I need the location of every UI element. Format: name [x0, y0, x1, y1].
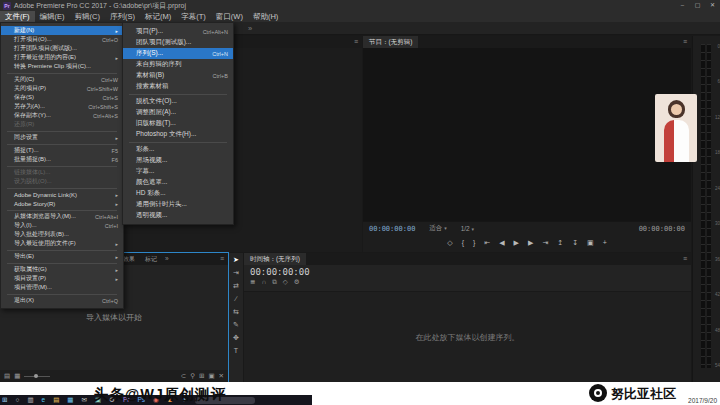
icon-view-icon[interactable]: ▦: [14, 370, 20, 382]
new-submenu-item-10[interactable]: 彩条...: [123, 144, 233, 155]
file-menu-item-0[interactable]: 新建(N)▸: [1, 26, 123, 35]
zoom-slider[interactable]: [24, 376, 50, 377]
file-menu-item-12[interactable]: 捕捉(T)...F5: [1, 146, 123, 155]
file-menu-item-2[interactable]: 打开团队项目(测试版)...: [1, 44, 123, 53]
zoom-level-dropdown[interactable]: 适合 ▾: [429, 224, 446, 233]
file-menu-item-21[interactable]: 导入最近使用的文件(F)▸: [1, 239, 123, 248]
new-submenu-item-12[interactable]: 字幕...: [123, 166, 233, 177]
file-menu-item-20[interactable]: 导入批处理列表(B)...: [1, 230, 123, 239]
playback-resolution-dropdown[interactable]: 1/2 ▾: [461, 225, 474, 232]
program-monitor-tab[interactable]: 节目：(无剪辑): [363, 36, 418, 48]
pen-tool[interactable]: ✎: [233, 321, 239, 329]
file-explorer-icon[interactable]: ▤: [53, 395, 59, 405]
menubar-item-2[interactable]: 剪辑(C): [70, 11, 105, 22]
razor-tool[interactable]: ∕: [235, 295, 236, 303]
project-tab-5[interactable]: 标记: [140, 253, 162, 265]
maximize-button[interactable]: ▢: [690, 0, 705, 11]
new-submenu-item-1[interactable]: 团队项目(测试版)...: [123, 37, 233, 48]
file-menu-item-9[interactable]: 保存副本(Y)...Ctrl+Alt+S: [1, 111, 123, 120]
edge-icon[interactable]: e: [42, 395, 46, 405]
automate-to-sequence-icon[interactable]: ⊂: [181, 370, 186, 382]
file-menu-item-19[interactable]: 导入(I)...Ctrl+I: [1, 221, 123, 230]
file-menu-item-26[interactable]: 退出(X)Ctrl+Q: [1, 296, 123, 305]
nested-sequence-icon[interactable]: ≣: [250, 278, 255, 286]
tab-overflow-icon[interactable]: »: [162, 253, 172, 265]
hand-tool[interactable]: ✥: [233, 334, 239, 342]
start-button[interactable]: ⊞: [2, 395, 7, 405]
export-frame-icon[interactable]: ▣: [587, 238, 594, 248]
linked-selection-icon[interactable]: ⧉: [272, 278, 277, 286]
menubar-item-4[interactable]: 标记(M): [140, 11, 176, 22]
file-menu-item-6[interactable]: 关闭项目(P)Ctrl+Shift+W: [1, 84, 123, 93]
file-menu-item-18[interactable]: 从媒体浏览器导入(M)...Ctrl+Alt+I: [1, 212, 123, 221]
file-menu-item-4[interactable]: 转换 Premiere Clip 项目(C)...: [1, 62, 123, 71]
add-marker-icon[interactable]: ◇: [447, 238, 452, 248]
timeline-settings-icon[interactable]: ⚙: [294, 278, 300, 286]
new-bin-icon[interactable]: ⊞: [199, 370, 204, 382]
step-back-icon[interactable]: ◀: [499, 238, 504, 248]
file-menu-item-22[interactable]: 导出(E)▸: [1, 252, 123, 261]
file-menu-item-7[interactable]: 保存(S)Ctrl+S: [1, 93, 123, 102]
find-icon[interactable]: ⚲: [190, 370, 195, 382]
panel-menu-icon[interactable]: ≡: [216, 253, 228, 265]
close-button[interactable]: ✕: [705, 0, 720, 11]
new-submenu-item-0[interactable]: 项目(P)...Ctrl+Alt+N: [123, 26, 233, 37]
new-submenu-item-7[interactable]: 调整图层(A)...: [123, 107, 233, 118]
mark-in-icon[interactable]: {: [462, 238, 464, 248]
file-menu-item-8[interactable]: 另存为(A)...Ctrl+Shift+S: [1, 102, 123, 111]
new-submenu-item-16[interactable]: 透明视频...: [123, 210, 233, 221]
menubar-item-7[interactable]: 帮助(H): [248, 11, 283, 22]
menubar-item-6[interactable]: 窗口(W): [211, 11, 248, 22]
file-menu-item-24[interactable]: 项目设置(P)▸: [1, 274, 123, 283]
menubar-item-3[interactable]: 序列(S): [105, 11, 140, 22]
minimize-button[interactable]: –: [675, 0, 690, 11]
file-menu-item-16[interactable]: Adobe Dynamic Link(K)▸: [1, 190, 123, 199]
lift-icon[interactable]: ↥: [557, 238, 563, 248]
file-menu-item-23[interactable]: 获取属性(G)▸: [1, 265, 123, 274]
step-forward-icon[interactable]: ▶: [528, 238, 533, 248]
play-icon[interactable]: ▶: [514, 238, 519, 248]
new-item-icon[interactable]: ▣: [208, 370, 214, 382]
file-menu-item-10[interactable]: 还原(R): [1, 120, 123, 129]
panel-menu-icon[interactable]: ≡: [679, 253, 691, 265]
new-submenu-item-5[interactable]: 搜索素材箱: [123, 81, 233, 92]
file-menu-item-25[interactable]: 项目管理(M)...: [1, 283, 123, 292]
menubar-item-5[interactable]: 字幕(T): [176, 11, 211, 22]
file-menu-item-15[interactable]: 设为脱机(O)...: [1, 177, 123, 186]
task-view-icon[interactable]: ▥: [27, 395, 33, 405]
button-editor-icon[interactable]: +: [603, 238, 607, 248]
extract-icon[interactable]: ↧: [572, 238, 578, 248]
panel-menu-icon[interactable]: ≡: [679, 36, 691, 48]
new-submenu-item-15[interactable]: 通用倒计时片头...: [123, 199, 233, 210]
store-icon[interactable]: ▦: [67, 395, 73, 405]
mail-icon[interactable]: ✉: [81, 395, 86, 405]
file-menu-item-17[interactable]: Adobe Story(R)▸: [1, 199, 123, 208]
new-submenu-item-11[interactable]: 黑场视频...: [123, 155, 233, 166]
track-select-tool[interactable]: ⇥: [233, 269, 239, 277]
selection-tool[interactable]: ➤: [233, 256, 239, 264]
slip-tool[interactable]: ⇆: [233, 308, 239, 316]
add-marker-icon[interactable]: ◇: [283, 278, 288, 286]
snap-icon[interactable]: ∩: [261, 278, 266, 286]
zoom-slider-knob[interactable]: [34, 374, 38, 378]
mark-out-icon[interactable]: }: [473, 238, 475, 248]
workspace-overflow-icon[interactable]: »: [248, 24, 252, 33]
file-menu-item-13[interactable]: 批量捕捉(B)...F6: [1, 155, 123, 164]
go-to-in-icon[interactable]: ⇤: [484, 238, 490, 248]
go-to-out-icon[interactable]: ⇥: [542, 238, 548, 248]
clear-icon[interactable]: ✕: [219, 370, 224, 382]
list-view-icon[interactable]: ▤: [4, 370, 10, 382]
menubar-item-0[interactable]: 文件(F): [0, 11, 35, 22]
file-menu-item-5[interactable]: 关闭(C)Ctrl+W: [1, 75, 123, 84]
file-menu-item-11[interactable]: 同步设置▸: [1, 133, 123, 142]
timeline-tab[interactable]: 时间轴：(无序列): [244, 253, 306, 265]
new-submenu-item-9[interactable]: Photoshop 文件(H)...: [123, 129, 233, 140]
new-submenu-item-2[interactable]: 序列(S)...Ctrl+N: [123, 48, 233, 59]
new-submenu-item-14[interactable]: HD 彩条...: [123, 188, 233, 199]
new-submenu-item-6[interactable]: 脱机文件(O)...: [123, 96, 233, 107]
file-menu-item-3[interactable]: 打开最近使用的内容(E)▸: [1, 53, 123, 62]
panel-menu-icon[interactable]: ≡: [350, 36, 362, 48]
menubar-item-1[interactable]: 编辑(E): [35, 11, 70, 22]
new-submenu-item-13[interactable]: 颜色遮罩...: [123, 177, 233, 188]
file-menu-item-14[interactable]: 链接媒体(L)...: [1, 168, 123, 177]
